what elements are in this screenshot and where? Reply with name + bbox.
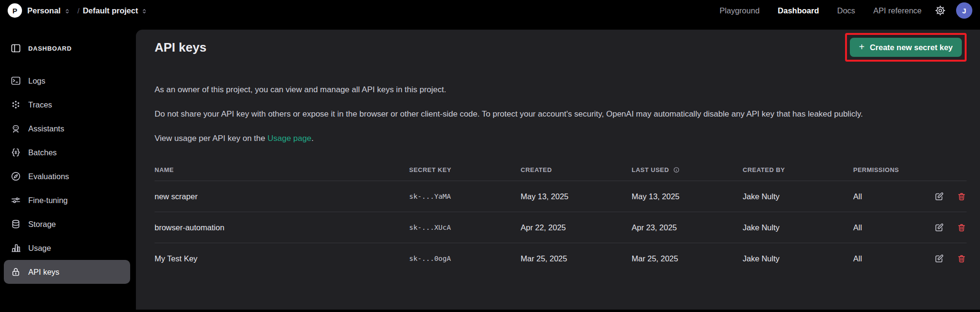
column-header-permissions: PERMISSIONS	[853, 166, 932, 173]
key-permissions: All	[853, 223, 932, 232]
intro-text: As an owner of this project, you can vie…	[155, 84, 967, 144]
row-actions	[932, 253, 967, 264]
batches-icon	[10, 147, 22, 158]
sidebar-item-api-keys[interactable]: API keys	[4, 260, 130, 284]
chevron-up-down-icon[interactable]	[140, 7, 148, 15]
fine-tuning-icon	[10, 194, 22, 206]
api-keys-table: NAME SECRET KEY CREATED LAST USED CREATE…	[155, 159, 967, 274]
key-permissions: All	[853, 192, 932, 201]
intro-paragraph-2: Do not share your API key with others or…	[155, 108, 967, 120]
evaluations-icon	[10, 171, 22, 182]
edit-key-button[interactable]	[934, 222, 945, 233]
key-created-by: Jake Nulty	[743, 254, 853, 263]
sidebar-item-label: Assistants	[28, 124, 64, 133]
key-secret: sk-...0ogA	[409, 255, 521, 262]
key-permissions: All	[853, 254, 932, 263]
sidebar-item-fine-tuning[interactable]: Fine-tuning	[4, 188, 130, 212]
sidebar-header-label: DASHBOARD	[28, 45, 72, 52]
page-title: API keys	[155, 40, 206, 55]
lock-icon	[10, 266, 22, 278]
assistants-icon	[10, 123, 22, 134]
gear-icon[interactable]	[934, 4, 947, 17]
sidebar-item-label: Usage	[28, 244, 51, 253]
user-avatar[interactable]: J	[956, 2, 972, 19]
key-secret: sk-...XUcA	[409, 224, 521, 231]
plus-icon: +	[859, 42, 865, 52]
nav-docs[interactable]: Docs	[837, 6, 856, 15]
storage-icon	[10, 218, 22, 230]
key-last-used: May 13, 2025	[632, 192, 743, 201]
sidebar-item-label: Traces	[28, 100, 52, 109]
key-created: Mar 25, 2025	[521, 254, 632, 263]
top-bar: P Personal / Default project Playground …	[0, 0, 980, 21]
info-icon[interactable]	[673, 166, 680, 173]
column-header-created: CREATED	[521, 166, 632, 173]
breadcrumb-separator: /	[78, 7, 79, 15]
sidebar-item-storage[interactable]: Storage	[4, 212, 130, 236]
edit-key-button[interactable]	[934, 253, 945, 264]
panel-layout-icon	[10, 43, 22, 54]
nav-api-reference[interactable]: API reference	[873, 6, 922, 15]
sidebar-item-batches[interactable]: Batches	[4, 140, 130, 164]
key-created: Apr 22, 2025	[521, 223, 632, 232]
row-actions	[932, 191, 967, 202]
table-header-row: NAME SECRET KEY CREATED LAST USED CREATE…	[155, 159, 967, 181]
row-actions	[932, 222, 967, 233]
logs-icon	[10, 75, 22, 86]
sidebar-item-traces[interactable]: Traces	[4, 93, 130, 117]
usage-page-link[interactable]: Usage page	[267, 134, 312, 143]
page-header: API keys + Create new secret key	[155, 30, 967, 65]
key-created: May 13, 2025	[521, 192, 632, 201]
delete-key-button[interactable]	[957, 192, 967, 202]
key-last-used: Mar 25, 2025	[632, 254, 743, 263]
delete-key-button[interactable]	[957, 223, 967, 233]
column-header-secret-key: SECRET KEY	[409, 166, 521, 173]
sidebar-header-dashboard[interactable]: DASHBOARD	[0, 43, 136, 54]
traces-icon	[10, 99, 22, 110]
annotation-highlight-box: + Create new secret key	[845, 33, 967, 62]
column-header-last-used: LAST USED	[632, 166, 743, 173]
key-secret: sk-...YaMA	[409, 193, 521, 200]
sidebar-item-label: Evaluations	[28, 172, 69, 181]
nav-dashboard[interactable]: Dashboard	[778, 6, 819, 15]
last-used-label: LAST USED	[632, 166, 669, 173]
column-header-created-by: CREATED BY	[743, 166, 853, 173]
create-secret-key-button[interactable]: + Create new secret key	[850, 38, 962, 57]
breadcrumb: P Personal / Default project	[8, 3, 151, 18]
org-switcher[interactable]: Personal	[27, 6, 61, 15]
sidebar-item-label: Fine-tuning	[28, 196, 68, 205]
chevron-up-down-icon[interactable]	[63, 7, 71, 15]
org-avatar: P	[8, 3, 22, 18]
table-row: new scraper sk-...YaMA May 13, 2025 May …	[155, 181, 967, 212]
sidebar-item-label: Batches	[28, 148, 57, 157]
main-panel: API keys + Create new secret key As an o…	[136, 30, 980, 310]
sidebar: DASHBOARD Logs Traces Assistants Batches…	[0, 21, 136, 284]
usage-icon	[10, 242, 22, 254]
sidebar-item-evaluations[interactable]: Evaluations	[4, 164, 130, 188]
key-name: browser-automation	[155, 223, 409, 232]
intro-paragraph-1: As an owner of this project, you can vie…	[155, 84, 967, 96]
sidebar-item-logs[interactable]: Logs	[4, 69, 130, 93]
edit-key-button[interactable]	[934, 191, 945, 202]
key-created-by: Jake Nulty	[743, 223, 853, 232]
top-nav: Playground Dashboard Docs API reference …	[702, 2, 972, 19]
delete-key-button[interactable]	[957, 254, 967, 264]
key-last-used: Apr 23, 2025	[632, 223, 743, 232]
sidebar-item-assistants[interactable]: Assistants	[4, 117, 130, 140]
sidebar-item-label: Storage	[28, 220, 56, 229]
create-secret-key-label: Create new secret key	[870, 43, 953, 52]
column-header-name: NAME	[155, 166, 409, 173]
intro-paragraph-3-prefix: View usage per API key on the	[155, 134, 267, 143]
sidebar-item-label: Logs	[28, 76, 45, 86]
intro-paragraph-3-suffix: .	[312, 134, 314, 143]
table-row: My Test Key sk-...0ogA Mar 25, 2025 Mar …	[155, 243, 967, 274]
intro-paragraph-3: View usage per API key on the Usage page…	[155, 133, 967, 144]
sidebar-item-label: API keys	[28, 268, 59, 277]
key-name: new scraper	[155, 192, 409, 201]
key-name: My Test Key	[155, 254, 409, 263]
sidebar-item-usage[interactable]: Usage	[4, 236, 130, 260]
table-row: browser-automation sk-...XUcA Apr 22, 20…	[155, 212, 967, 243]
key-created-by: Jake Nulty	[743, 192, 853, 201]
nav-playground[interactable]: Playground	[720, 6, 759, 15]
project-switcher[interactable]: Default project	[83, 6, 138, 15]
